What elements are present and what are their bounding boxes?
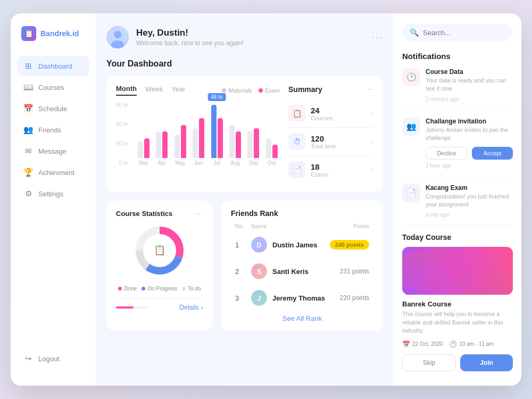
join-button[interactable]: Join	[460, 354, 513, 371]
tab-year[interactable]: Year	[171, 85, 185, 95]
summary-time[interactable]: ⏱ 120 Total time ›	[288, 128, 373, 156]
bar-col-mar: Mar	[136, 102, 152, 166]
search-icon: 🔍	[410, 28, 419, 37]
sidebar-item-dashboard[interactable]: ⊞ Dashboard	[17, 56, 89, 76]
friends-rank-title: Friends Rank	[231, 209, 373, 218]
sidebar-item-friends[interactable]: 👥 Friends	[17, 120, 89, 140]
logo-text: Bandrek.id	[40, 29, 79, 38]
rank-avatar-1: D	[251, 237, 267, 253]
rank-points-3: 220 points	[340, 294, 369, 302]
y-label-60: 60 hr	[116, 102, 128, 108]
main-content: Hey, Dustin! Welcome back, nice to see y…	[96, 13, 394, 386]
pink-bar-mar	[144, 138, 149, 159]
notif-time-3: a day ago	[426, 212, 513, 218]
see-all-button[interactable]: See All Rank	[231, 314, 373, 322]
tab-month[interactable]: Month	[116, 85, 137, 96]
pink-bar-oct	[272, 145, 278, 158]
gray-bar-sep	[247, 131, 253, 158]
sidebar-item-label: Schedule	[38, 105, 67, 113]
donut-chart: 📋	[133, 224, 186, 277]
course-actions: Skip Join	[402, 354, 513, 371]
y-label-0: 0 hr	[116, 160, 128, 166]
legend-todo: To do	[182, 286, 201, 292]
course-image	[402, 247, 513, 295]
rank-row-2[interactable]: 2 S Santi Keris 231 points	[231, 259, 373, 284]
accept-button[interactable]: Accept	[472, 147, 513, 160]
time-summary-icon: ⏱	[288, 133, 305, 150]
gray-bar-may	[174, 135, 180, 158]
notif-name-1: Course Data	[426, 68, 513, 76]
notif-actions-2: Decline Accept	[426, 147, 513, 160]
sidebar-item-schedule[interactable]: 📅 Schedule	[17, 98, 89, 119]
materials-dot	[222, 88, 226, 93]
settings-icon: ⚙	[23, 189, 33, 198]
rank-points-2: 231 points	[340, 268, 369, 275]
header-more-button[interactable]: ···	[372, 32, 383, 43]
bar-pair-jul: 48 hr	[209, 105, 225, 158]
rank-name-1: Dustin James	[272, 241, 330, 249]
sidebar-item-settings[interactable]: ⚙ Settings	[17, 184, 89, 204]
col-points: Points	[353, 223, 369, 229]
sidebar-item-courses[interactable]: 📖 Courses	[17, 77, 89, 97]
bar-pair-may	[172, 125, 188, 159]
courses-label: Courses	[311, 115, 366, 121]
decline-button[interactable]: Decline	[426, 147, 468, 160]
exams-summary-icon: 📄	[288, 161, 305, 178]
rank-avatar-3: J	[251, 290, 267, 306]
course-name: Banrek Course	[402, 300, 513, 308]
course-stats-more[interactable]: ···	[195, 209, 203, 218]
sidebar-item-label: Courses	[38, 84, 64, 92]
summary-more-button[interactable]: ··	[368, 85, 373, 94]
rank-name-2: Santi Keris	[272, 268, 340, 276]
header-subtitle: Welcome back, nice to see you again!	[136, 39, 364, 47]
sidebar-item-label: Dashboard	[38, 62, 72, 70]
exam-dot	[259, 88, 263, 93]
rank-no-3: 3	[235, 294, 251, 302]
course-stats-header: Course Statistics ···	[116, 209, 203, 218]
sidebar-item-label: Friends	[38, 126, 61, 134]
todo-dot	[182, 287, 186, 290]
notif-desc-3: Congratulation! you just finished your a…	[426, 193, 513, 209]
logout-button[interactable]: ↪ Logout	[17, 348, 89, 369]
gray-bar-mar	[138, 142, 143, 158]
header-text: Hey, Dustin! Welcome back, nice to see y…	[136, 28, 364, 47]
time-arrow: ›	[371, 138, 373, 145]
summary-header: Summary ··	[288, 85, 373, 94]
search-input[interactable]	[423, 29, 505, 37]
rank-avatar-2: S	[251, 263, 267, 279]
summary-exams[interactable]: 📄 18 Exams ›	[288, 156, 373, 184]
gray-bar-apr	[156, 131, 161, 158]
details-button[interactable]: Details ›	[179, 304, 203, 311]
pink-bar-jul	[218, 118, 223, 158]
legend-materials: Materials	[222, 87, 252, 94]
notif-time-2: 1 hour ago	[426, 163, 513, 169]
bottom-row: Course Statistics ··· 📋	[106, 201, 383, 331]
bar-col-aug: Aug	[227, 102, 243, 166]
rank-no-2: 2	[235, 268, 251, 276]
exams-label: Exams	[311, 171, 366, 178]
bars-container: MarAprMayJun48 hrJulAugSepOct	[136, 102, 280, 177]
summary-title: Summary	[288, 85, 322, 94]
rank-table-header: No Name Points	[231, 223, 373, 229]
pink-bar-may	[181, 125, 186, 159]
stats-progress-bar	[116, 306, 148, 309]
rank-row-3[interactable]: 3 J Jeremy Thomas 220 points	[231, 286, 373, 310]
notif-icon-kacang: 📄	[402, 184, 420, 202]
achievement-icon: 🏆	[23, 168, 33, 177]
page-header: Hey, Dustin! Welcome back, nice to see y…	[106, 26, 383, 48]
bar-month-label-mar: Mar	[139, 160, 148, 166]
sidebar-item-message[interactable]: ✉ Message	[17, 141, 89, 161]
rank-row-1[interactable]: 1 D Dustin James 240 points	[231, 232, 373, 257]
tab-week[interactable]: Week	[145, 85, 163, 95]
courses-count: 24	[311, 106, 366, 115]
bar-pair-sep	[245, 128, 261, 158]
courses-summary-icon: 📋	[288, 105, 305, 122]
chart-area: Month Week Year Materials Exam	[116, 85, 280, 184]
time-count: 120	[311, 134, 366, 143]
skip-button[interactable]: Skip	[402, 354, 456, 371]
pink-bar-sep	[254, 128, 259, 158]
sidebar-item-achievement[interactable]: 🏆 Achievment	[17, 162, 89, 182]
calendar-icon: 📅	[402, 340, 410, 348]
pink-bar-aug	[236, 131, 241, 158]
summary-courses[interactable]: 📋 24 Courses ›	[288, 99, 373, 128]
